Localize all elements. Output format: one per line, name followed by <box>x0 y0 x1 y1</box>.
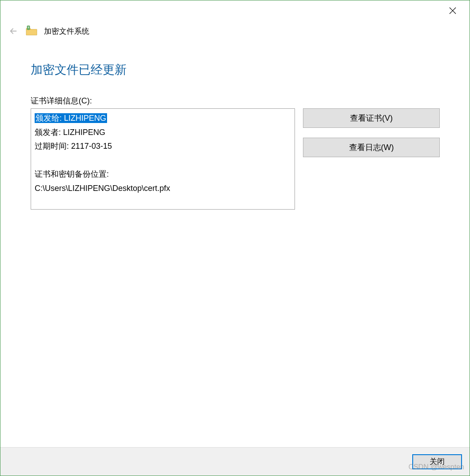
cert-backup-path: C:\Users\LIZHIPENG\Desktop\cert.pfx <box>35 182 291 196</box>
cert-details-label: 证书详细信息(C): <box>31 95 443 106</box>
cert-issued-by: 颁发者: LIZHIPENG <box>35 126 291 140</box>
side-buttons: 查看证书(V) 查看日志(W) <box>303 108 440 157</box>
page-heading: 加密文件已经更新 <box>31 62 443 78</box>
close-button[interactable]: 关闭 <box>412 454 462 469</box>
main-row: 颁发给: LIZHIPENG 颁发者: LIZHIPENG 过期时间: 2117… <box>31 108 443 210</box>
efs-folder-icon <box>25 25 38 37</box>
close-icon <box>449 7 456 14</box>
back-arrow-icon <box>9 26 19 36</box>
cert-backup-label: 证书和密钥备份位置: <box>35 167 291 182</box>
wizard-header: 加密文件系统 <box>0 20 470 37</box>
window-close-button[interactable] <box>444 2 462 20</box>
view-log-button[interactable]: 查看日志(W) <box>303 138 440 157</box>
cert-details-box[interactable]: 颁发给: LIZHIPENG 颁发者: LIZHIPENG 过期时间: 2117… <box>31 108 295 210</box>
content-area: 加密文件已经更新 证书详细信息(C): 颁发给: LIZHIPENG 颁发者: … <box>0 37 470 210</box>
footer: 关闭 <box>0 447 470 476</box>
view-cert-button[interactable]: 查看证书(V) <box>303 108 440 128</box>
cert-expires: 过期时间: 2117-03-15 <box>35 139 291 154</box>
back-button[interactable] <box>8 26 19 36</box>
cert-issued-to: 颁发给: LIZHIPENG <box>35 113 107 123</box>
titlebar <box>0 0 470 20</box>
window-title: 加密文件系统 <box>44 26 89 36</box>
